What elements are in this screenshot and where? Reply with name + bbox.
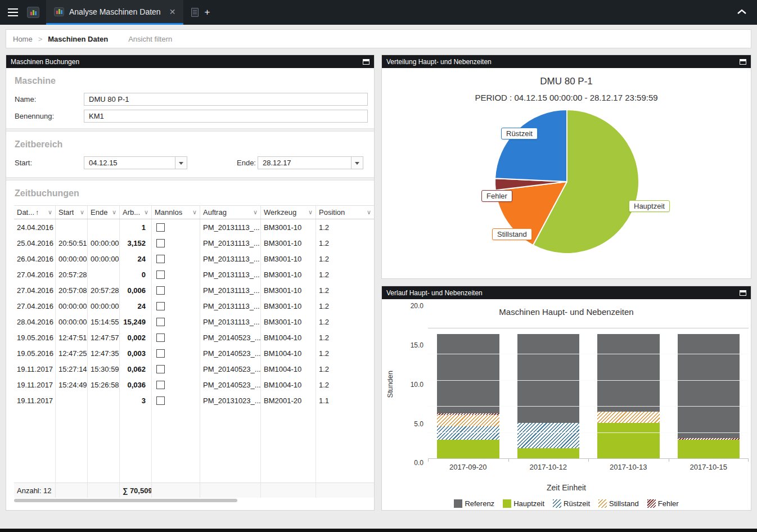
mannlos-checkbox[interactable] bbox=[156, 239, 165, 247]
table-row[interactable]: 26.04.201600:00:0000:00:0024PM_20131113_… bbox=[14, 251, 374, 267]
tab-analyse-maschinen-daten[interactable]: Analyse Maschinen Daten ✕ bbox=[46, 0, 183, 25]
column-header-dat[interactable]: Dat...↑∨ bbox=[14, 206, 56, 219]
chevron-up-icon[interactable] bbox=[737, 7, 747, 17]
filler-cell bbox=[88, 408, 120, 483]
window-icon[interactable] bbox=[740, 290, 746, 296]
breadcrumb-current[interactable]: Maschinen Daten bbox=[48, 35, 108, 43]
table-row[interactable]: 28.04.201600:00:0015:14:5515,249PM_20131… bbox=[14, 314, 374, 330]
bar-segment-referenz[interactable] bbox=[517, 334, 580, 423]
start-date-input[interactable] bbox=[84, 157, 175, 169]
bar-segment-hauptzeit[interactable] bbox=[517, 448, 580, 459]
table-cell: 27.04.2016 bbox=[14, 282, 56, 298]
mannlos-checkbox[interactable] bbox=[156, 270, 165, 279]
filter-icon[interactable]: ∨ bbox=[190, 209, 197, 216]
mannlos-checkbox[interactable] bbox=[156, 318, 165, 326]
mannlos-checkbox[interactable] bbox=[156, 286, 165, 295]
table-row[interactable]: 27.04.201600:00:0000:00:0024PM_20131113_… bbox=[14, 298, 374, 314]
legend-item-stillstand[interactable]: Stillstand bbox=[598, 499, 639, 508]
table-row[interactable]: 19.11.20173PM_20131023_...BM2001-201.1 bbox=[14, 393, 374, 408]
table-cell-mannlos bbox=[152, 345, 200, 361]
mannlos-checkbox[interactable] bbox=[156, 302, 165, 310]
bar-segment-fehler[interactable] bbox=[678, 438, 740, 440]
bar-segment-hauptzeit[interactable] bbox=[597, 423, 660, 459]
bar-segment-rüstzeit[interactable] bbox=[517, 423, 580, 448]
new-document-icon[interactable] bbox=[191, 8, 199, 17]
mannlos-checkbox[interactable] bbox=[156, 255, 165, 263]
table-cell-mannlos bbox=[152, 267, 200, 282]
column-header-start[interactable]: Start∨ bbox=[56, 206, 88, 219]
chevron-down-icon[interactable] bbox=[175, 157, 187, 169]
benennung-field[interactable] bbox=[84, 110, 368, 123]
filter-icon[interactable]: ∨ bbox=[142, 209, 148, 216]
breadcrumb: Home > Maschinen Daten Ansicht filtern bbox=[6, 29, 751, 48]
mannlos-checkbox[interactable] bbox=[156, 223, 165, 232]
column-header-label: Arb... bbox=[123, 208, 140, 217]
column-header-ende[interactable]: Ende∨ bbox=[88, 206, 120, 219]
table-cell: 26.04.2016 bbox=[14, 251, 56, 267]
legend-item-referenz[interactable]: Referenz bbox=[454, 499, 494, 508]
ende-date-input[interactable] bbox=[258, 157, 351, 169]
scrollbar-thumb[interactable] bbox=[14, 499, 237, 502]
bar-segment-hauptzeit[interactable] bbox=[678, 440, 740, 459]
window-icon[interactable] bbox=[740, 59, 746, 65]
name-label: Name: bbox=[15, 95, 84, 103]
column-header-werkzeug[interactable]: Werkzeug∨ bbox=[261, 206, 316, 219]
column-header-arb[interactable]: Arb...∨ bbox=[120, 206, 152, 219]
mannlos-checkbox[interactable] bbox=[156, 333, 165, 342]
bar-segment-rüstzeit[interactable] bbox=[437, 426, 499, 439]
column-header-mannlos[interactable]: Mannlos∨ bbox=[152, 206, 200, 219]
bar-segment-referenz[interactable] bbox=[597, 334, 660, 411]
mannlos-checkbox[interactable] bbox=[156, 349, 165, 358]
table-cell: 3 bbox=[120, 393, 152, 408]
filter-icon[interactable]: ∨ bbox=[364, 209, 371, 216]
column-header-auftrag[interactable]: Auftrag∨ bbox=[200, 206, 261, 219]
filter-icon[interactable]: ∨ bbox=[78, 209, 84, 216]
bar-segment-hauptzeit[interactable] bbox=[437, 440, 499, 459]
bar-segment-stillstand[interactable] bbox=[597, 412, 660, 423]
table-row[interactable]: 24.04.20161PM_20131113_...BM3001-101.2 bbox=[14, 219, 374, 235]
table-cell-mannlos bbox=[152, 219, 200, 235]
table-row[interactable]: 19.11.201715:27:1415:30:590,062PM_201405… bbox=[14, 361, 374, 377]
filter-icon[interactable]: ∨ bbox=[110, 209, 116, 216]
horizontal-scrollbar bbox=[14, 499, 374, 502]
chevron-down-icon[interactable] bbox=[351, 157, 363, 169]
bar-segment-fehler[interactable] bbox=[437, 413, 499, 415]
name-field[interactable] bbox=[84, 93, 368, 106]
add-tab-button[interactable]: + bbox=[204, 7, 210, 18]
table-cell-mannlos bbox=[152, 235, 200, 251]
table-cell: 20:57:28 bbox=[88, 282, 120, 298]
filter-icon[interactable]: ∨ bbox=[46, 209, 52, 216]
table-row[interactable]: 19.05.201612:47:5112:47:570,002PM_201405… bbox=[14, 330, 374, 345]
table-cell: 15:27:14 bbox=[56, 361, 88, 377]
app-launcher-icon[interactable] bbox=[27, 7, 39, 18]
window-icon[interactable] bbox=[363, 59, 370, 65]
table-row[interactable]: 19.11.201715:24:4915:26:580,036PM_201405… bbox=[14, 377, 374, 393]
table-row[interactable]: 27.04.201620:57:0820:57:280,006PM_201311… bbox=[14, 282, 374, 298]
filter-icon[interactable]: ∨ bbox=[251, 209, 258, 216]
mannlos-checkbox[interactable] bbox=[156, 381, 165, 389]
table-cell-mannlos bbox=[152, 314, 200, 330]
filter-icon[interactable]: ∨ bbox=[306, 209, 313, 216]
menu-icon[interactable] bbox=[0, 0, 26, 25]
bar-segment-referenz[interactable] bbox=[437, 334, 499, 413]
mini-chart-icon bbox=[30, 10, 37, 15]
pie-slice-rüstzeit[interactable] bbox=[495, 110, 567, 182]
bar-segment-referenz[interactable] bbox=[678, 334, 740, 438]
bar-segment-stillstand[interactable] bbox=[437, 415, 499, 426]
column-header-position[interactable]: Position∨ bbox=[316, 206, 374, 219]
mannlos-checkbox[interactable] bbox=[156, 365, 165, 373]
legend-item-hauptzeit[interactable]: Hauptzeit bbox=[503, 499, 544, 508]
table-row[interactable]: 27.04.201620:57:280PM_20131113_...BM3001… bbox=[14, 267, 374, 282]
table-row[interactable]: 19.05.201612:47:2512:47:350,003PM_201405… bbox=[14, 345, 374, 361]
view-filter-link[interactable]: Ansicht filtern bbox=[128, 35, 172, 43]
table-cell: 12:47:57 bbox=[88, 330, 120, 345]
legend-swatch bbox=[647, 499, 656, 508]
table-row[interactable]: 25.04.201620:50:5100:00:003,152PM_201311… bbox=[14, 235, 374, 251]
legend-item-fehler[interactable]: Fehler bbox=[647, 499, 679, 508]
x-tick-label: 2017-10-15 bbox=[669, 463, 749, 471]
legend-item-rüstzeit[interactable]: Rüstzeit bbox=[553, 499, 590, 508]
breadcrumb-home[interactable]: Home bbox=[13, 35, 33, 43]
tab-close-icon[interactable]: ✕ bbox=[169, 7, 176, 16]
mannlos-checkbox[interactable] bbox=[156, 396, 165, 405]
table-cell bbox=[88, 393, 120, 408]
